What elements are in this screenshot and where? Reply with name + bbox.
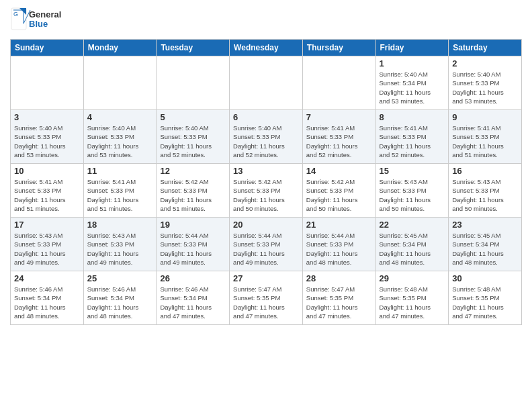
day-info: Sunrise: 5:41 AMSunset: 5:33 PMDaylight:…: [452, 124, 518, 159]
day-number: 16: [452, 166, 518, 176]
calendar-cell: 4Sunrise: 5:40 AMSunset: 5:33 PMDaylight…: [83, 110, 157, 164]
day-info: Sunrise: 5:40 AMSunset: 5:33 PMDaylight:…: [87, 124, 153, 159]
day-number: 5: [160, 112, 226, 122]
calendar-cell: 13Sunrise: 5:42 AMSunset: 5:33 PMDayligh…: [230, 164, 303, 218]
day-number: 10: [14, 166, 80, 176]
weekday-header-sunday: Sunday: [11, 40, 84, 56]
calendar-cell: 23Sunrise: 5:45 AMSunset: 5:34 PMDayligh…: [449, 218, 522, 271]
calendar-cell: 7Sunrise: 5:41 AMSunset: 5:33 PMDaylight…: [302, 110, 375, 164]
day-number: 6: [233, 112, 299, 122]
day-number: 8: [380, 112, 445, 122]
weekday-header-row: SundayMondayTuesdayWednesdayThursdayFrid…: [11, 40, 522, 56]
calendar-week-row: 3Sunrise: 5:40 AMSunset: 5:33 PMDaylight…: [11, 110, 522, 164]
day-info: Sunrise: 5:44 AMSunset: 5:33 PMDaylight:…: [233, 231, 299, 267]
day-info: Sunrise: 5:45 AMSunset: 5:34 PMDaylight:…: [380, 231, 445, 267]
header: General Blue G: [10, 7, 522, 34]
day-number: 28: [306, 273, 372, 283]
page: General Blue G SundayMondayTuesdayWednes…: [0, 0, 532, 411]
calendar-cell: 5Sunrise: 5:40 AMSunset: 5:33 PMDaylight…: [157, 110, 230, 164]
day-info: Sunrise: 5:47 AMSunset: 5:35 PMDaylight:…: [233, 285, 299, 320]
calendar-cell: [157, 56, 230, 110]
day-number: 21: [306, 220, 372, 230]
day-info: Sunrise: 5:41 AMSunset: 5:33 PMDaylight:…: [380, 124, 445, 159]
calendar-cell: 18Sunrise: 5:43 AMSunset: 5:33 PMDayligh…: [83, 218, 157, 271]
weekday-header-wednesday: Wednesday: [230, 40, 303, 56]
calendar-cell: 24Sunrise: 5:46 AMSunset: 5:34 PMDayligh…: [11, 271, 84, 325]
calendar-cell: [302, 56, 375, 110]
calendar-cell: 30Sunrise: 5:48 AMSunset: 5:35 PMDayligh…: [449, 271, 522, 325]
day-number: 24: [14, 273, 80, 283]
day-info: Sunrise: 5:41 AMSunset: 5:33 PMDaylight:…: [14, 177, 80, 213]
calendar-cell: 11Sunrise: 5:41 AMSunset: 5:33 PMDayligh…: [83, 164, 157, 218]
svg-text:Blue: Blue: [29, 19, 48, 29]
calendar-cell: 29Sunrise: 5:48 AMSunset: 5:35 PMDayligh…: [375, 271, 449, 325]
weekday-header-saturday: Saturday: [449, 40, 522, 56]
calendar-cell: 10Sunrise: 5:41 AMSunset: 5:33 PMDayligh…: [11, 164, 84, 218]
day-info: Sunrise: 5:45 AMSunset: 5:34 PMDaylight:…: [452, 231, 518, 267]
calendar-cell: 15Sunrise: 5:43 AMSunset: 5:33 PMDayligh…: [375, 164, 449, 218]
day-info: Sunrise: 5:47 AMSunset: 5:35 PMDaylight:…: [306, 285, 372, 320]
svg-marker-5: [19, 8, 26, 15]
day-info: Sunrise: 5:41 AMSunset: 5:33 PMDaylight:…: [87, 177, 153, 213]
day-number: 29: [380, 273, 445, 283]
calendar-cell: [230, 56, 303, 110]
calendar-cell: 9Sunrise: 5:41 AMSunset: 5:33 PMDaylight…: [449, 110, 522, 164]
calendar-cell: 28Sunrise: 5:47 AMSunset: 5:35 PMDayligh…: [302, 271, 375, 325]
calendar-week-row: 17Sunrise: 5:43 AMSunset: 5:33 PMDayligh…: [11, 218, 522, 271]
calendar-cell: 21Sunrise: 5:44 AMSunset: 5:33 PMDayligh…: [302, 218, 375, 271]
weekday-header-friday: Friday: [375, 40, 449, 56]
day-number: 13: [233, 166, 299, 176]
day-number: 9: [452, 112, 518, 122]
calendar-cell: 2Sunrise: 5:40 AMSunset: 5:33 PMDaylight…: [449, 56, 522, 110]
day-info: Sunrise: 5:41 AMSunset: 5:33 PMDaylight:…: [306, 124, 372, 159]
day-number: 15: [380, 166, 445, 176]
calendar-cell: 16Sunrise: 5:43 AMSunset: 5:33 PMDayligh…: [449, 164, 522, 218]
calendar-cell: 8Sunrise: 5:41 AMSunset: 5:33 PMDaylight…: [375, 110, 449, 164]
day-info: Sunrise: 5:40 AMSunset: 5:33 PMDaylight:…: [14, 124, 80, 159]
day-info: Sunrise: 5:40 AMSunset: 5:33 PMDaylight:…: [452, 70, 518, 105]
calendar-table: SundayMondayTuesdayWednesdayThursdayFrid…: [10, 39, 522, 325]
day-number: 1: [380, 58, 445, 68]
day-number: 2: [452, 58, 518, 68]
day-info: Sunrise: 5:46 AMSunset: 5:34 PMDaylight:…: [14, 285, 80, 320]
calendar-cell: 14Sunrise: 5:42 AMSunset: 5:33 PMDayligh…: [302, 164, 375, 218]
day-info: Sunrise: 5:40 AMSunset: 5:33 PMDaylight:…: [160, 124, 226, 159]
day-number: 30: [452, 273, 518, 283]
day-number: 25: [87, 273, 153, 283]
calendar-week-row: 10Sunrise: 5:41 AMSunset: 5:33 PMDayligh…: [11, 164, 522, 218]
logo: General Blue G: [10, 7, 71, 34]
day-number: 12: [160, 166, 226, 176]
calendar-week-row: 1Sunrise: 5:40 AMSunset: 5:34 PMDaylight…: [11, 56, 522, 110]
day-info: Sunrise: 5:48 AMSunset: 5:35 PMDaylight:…: [380, 285, 445, 320]
day-info: Sunrise: 5:40 AMSunset: 5:33 PMDaylight:…: [233, 124, 299, 159]
day-number: 7: [306, 112, 372, 122]
svg-text:General: General: [29, 9, 61, 19]
day-info: Sunrise: 5:46 AMSunset: 5:34 PMDaylight:…: [160, 285, 226, 320]
calendar-cell: 1Sunrise: 5:40 AMSunset: 5:34 PMDaylight…: [375, 56, 449, 110]
day-number: 23: [452, 220, 518, 230]
day-info: Sunrise: 5:43 AMSunset: 5:33 PMDaylight:…: [87, 231, 153, 267]
day-number: 17: [14, 220, 80, 230]
day-info: Sunrise: 5:42 AMSunset: 5:33 PMDaylight:…: [233, 177, 299, 213]
day-number: 27: [233, 273, 299, 283]
day-number: 14: [306, 166, 372, 176]
calendar-cell: 3Sunrise: 5:40 AMSunset: 5:33 PMDaylight…: [11, 110, 84, 164]
weekday-header-tuesday: Tuesday: [157, 40, 230, 56]
day-number: 4: [87, 112, 153, 122]
calendar-cell: 27Sunrise: 5:47 AMSunset: 5:35 PMDayligh…: [230, 271, 303, 325]
day-number: 11: [87, 166, 153, 176]
svg-text:G: G: [13, 11, 18, 17]
day-info: Sunrise: 5:46 AMSunset: 5:34 PMDaylight:…: [87, 285, 153, 320]
day-number: 20: [233, 220, 299, 230]
calendar-cell: 26Sunrise: 5:46 AMSunset: 5:34 PMDayligh…: [157, 271, 230, 325]
day-info: Sunrise: 5:44 AMSunset: 5:33 PMDaylight:…: [306, 231, 372, 267]
day-number: 3: [14, 112, 80, 122]
calendar-cell: [11, 56, 84, 110]
calendar-week-row: 24Sunrise: 5:46 AMSunset: 5:34 PMDayligh…: [11, 271, 522, 325]
calendar-cell: 20Sunrise: 5:44 AMSunset: 5:33 PMDayligh…: [230, 218, 303, 271]
day-info: Sunrise: 5:48 AMSunset: 5:35 PMDaylight:…: [452, 285, 518, 320]
weekday-header-monday: Monday: [83, 40, 157, 56]
calendar-cell: 22Sunrise: 5:45 AMSunset: 5:34 PMDayligh…: [375, 218, 449, 271]
day-info: Sunrise: 5:43 AMSunset: 5:33 PMDaylight:…: [452, 177, 518, 213]
day-number: 18: [87, 220, 153, 230]
